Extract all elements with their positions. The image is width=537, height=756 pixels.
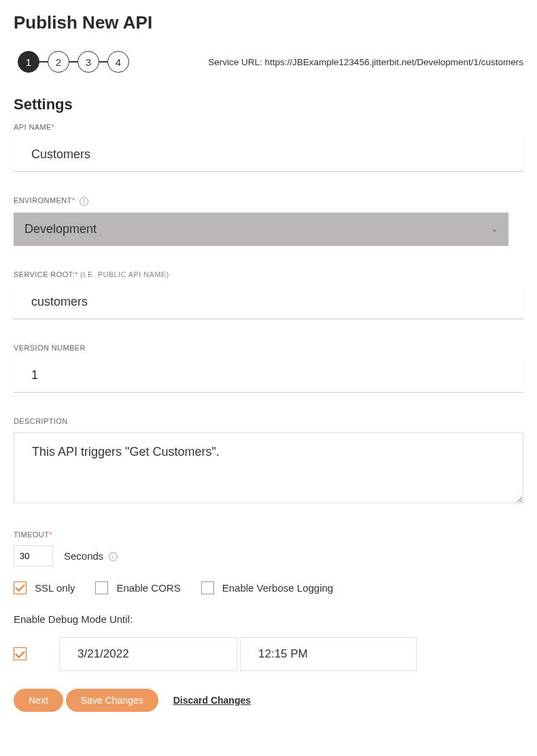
page-title: Publish New API (14, 12, 523, 33)
enable-cors-checkbox (95, 581, 108, 594)
info-icon[interactable]: i (109, 552, 118, 561)
version-number-label: VERSION NUMBER (14, 344, 523, 352)
enable-cors-label: Enable CORS (116, 582, 180, 594)
service-root-input[interactable] (14, 285, 523, 319)
step-4[interactable]: 4 (107, 51, 129, 73)
api-name-label-text: API NAME (14, 123, 52, 131)
service-root-label-text: SERVICE ROOT: (14, 270, 75, 278)
service-root-hint: (I.E. PUBLIC API NAME) (78, 270, 169, 278)
api-name-input[interactable] (14, 138, 523, 172)
step-1[interactable]: 1 (18, 51, 39, 73)
wizard-stepper: 1 2 3 4 (18, 51, 129, 73)
discard-changes-link[interactable]: Discard Changes (173, 695, 251, 706)
ssl-only-checkbox-item[interactable]: SSL only (14, 581, 75, 594)
timeout-unit-text: Seconds (64, 550, 103, 562)
description-textarea[interactable] (14, 432, 523, 503)
step-connector (39, 61, 48, 62)
step-connector (99, 61, 107, 62)
environment-label: ENVIRONMENT* i (14, 196, 523, 206)
ssl-only-checkbox (14, 581, 27, 594)
service-url-label: Service URL: (208, 57, 264, 67)
enable-verbose-checkbox (201, 581, 214, 594)
timeout-input[interactable] (14, 545, 53, 566)
debug-date-input[interactable] (59, 637, 237, 671)
service-url: Service URL: https://JBExample123456.jit… (208, 57, 523, 67)
api-name-label: API NAME* (14, 123, 523, 131)
step-connector (69, 61, 77, 62)
save-changes-button[interactable]: Save Changes (66, 689, 158, 712)
service-root-label: SERVICE ROOT:* (I.E. PUBLIC API NAME) (14, 270, 523, 278)
step-2[interactable]: 2 (48, 51, 69, 73)
enable-verbose-label: Enable Verbose Logging (222, 582, 333, 594)
enable-verbose-checkbox-item[interactable]: Enable Verbose Logging (201, 581, 333, 594)
settings-heading: Settings (14, 96, 523, 113)
timeout-label: TIMEOUT* (14, 530, 523, 539)
next-button[interactable]: Next (14, 689, 63, 712)
enable-cors-checkbox-item[interactable]: Enable CORS (95, 581, 180, 594)
debug-mode-label: Enable Debug Mode Until: (14, 613, 523, 625)
step-3[interactable]: 3 (77, 51, 99, 73)
environment-label-text: ENVIRONMENT (14, 196, 72, 204)
debug-time-input[interactable] (240, 637, 417, 671)
service-url-value: https://JBExample123456.jitterbit.net/De… (265, 57, 523, 67)
required-asterisk: * (49, 530, 52, 539)
required-asterisk: * (52, 123, 55, 131)
timeout-label-text: TIMEOUT (14, 530, 49, 539)
description-label: DESCRIPTION (14, 417, 523, 425)
required-asterisk: * (72, 196, 75, 204)
environment-select[interactable]: Development ⌄ (14, 213, 508, 246)
debug-mode-checkbox[interactable] (14, 647, 27, 660)
info-icon[interactable]: i (80, 197, 88, 206)
version-number-input[interactable] (14, 359, 523, 393)
timeout-unit: Seconds i (64, 550, 118, 562)
environment-select-value: Development (14, 213, 508, 246)
ssl-only-label: SSL only (35, 582, 75, 594)
